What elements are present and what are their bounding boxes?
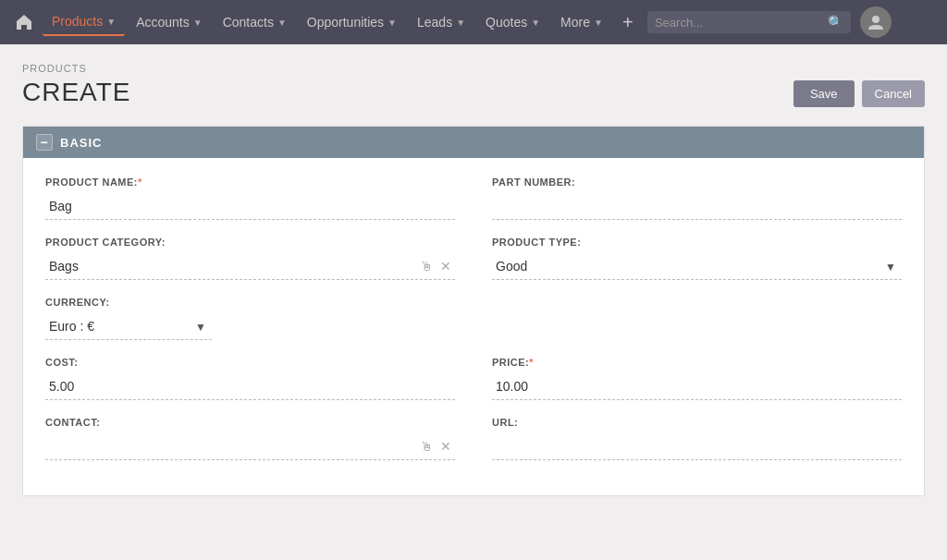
required-indicator: * [138, 177, 142, 188]
page-title: CREATE [22, 78, 131, 107]
section-header-basic[interactable]: − BASIC [23, 127, 924, 158]
nav-item-leads[interactable]: Leads ▼ [408, 9, 474, 35]
nav-more-arrow: ▼ [594, 18, 603, 28]
currency-group: CURRENCY: Euro : € US Dollar : $ British… [45, 297, 455, 340]
cost-input[interactable] [45, 373, 455, 400]
navbar: Products ▼ Accounts ▼ Contacts ▼ Opportu… [0, 0, 947, 44]
currency-select[interactable]: Euro : € US Dollar : $ British Pound : £ [45, 313, 212, 340]
save-button[interactable]: Save [793, 80, 855, 107]
contact-input[interactable] [45, 433, 416, 459]
page-content: PRODUCTS CREATE Save Cancel − BASIC PROD… [0, 44, 947, 515]
product-type-group: PRODUCT TYPE: Good Service Software ▼ [492, 237, 902, 280]
product-category-label: PRODUCT CATEGORY: [45, 237, 455, 248]
page-titles: PRODUCTS CREATE [22, 63, 131, 107]
price-input[interactable] [492, 373, 902, 400]
part-number-label: PART NUMBER: [492, 177, 902, 188]
home-button[interactable] [7, 6, 41, 39]
nav-item-products[interactable]: Products ▼ [43, 8, 125, 36]
section-body: PRODUCT NAME:* PART NUMBER: PRODUCT CATE… [23, 158, 924, 495]
nav-leads-arrow: ▼ [456, 18, 465, 28]
nav-item-quotes[interactable]: Quotes ▼ [476, 9, 549, 35]
form-row-2: PRODUCT CATEGORY: 🖱 ✕ PRODUCT TYPE: Good… [45, 237, 902, 297]
cancel-button[interactable]: Cancel [862, 80, 925, 107]
nav-item-opportunities[interactable]: Opportunities ▼ [298, 9, 406, 35]
contact-group: CONTACT: 🖱 ✕ [45, 417, 455, 460]
price-required-indicator: * [529, 357, 534, 368]
basic-section: − BASIC PRODUCT NAME:* PART NUMBER: [22, 126, 925, 496]
section-toggle-icon[interactable]: − [36, 134, 53, 151]
product-category-input-wrapper: 🖱 ✕ [45, 253, 455, 280]
cost-label: COST: [45, 357, 455, 368]
nav-products-arrow: ▼ [106, 17, 116, 27]
url-input[interactable] [492, 433, 902, 460]
breadcrumb: PRODUCTS [22, 63, 131, 74]
price-group: PRICE:* [492, 357, 902, 400]
url-label: URL: [492, 417, 902, 428]
product-category-input[interactable] [45, 253, 416, 279]
section-title: BASIC [60, 136, 102, 150]
user-avatar[interactable] [860, 6, 892, 38]
nav-add-button[interactable]: + [614, 8, 642, 36]
nav-quotes-arrow: ▼ [531, 18, 540, 28]
select-relation-icon[interactable]: 🖱 [416, 259, 437, 274]
search-icon: 🔍 [828, 15, 843, 30]
nav-item-contacts[interactable]: Contacts ▼ [214, 9, 296, 35]
nav-opportunities-arrow: ▼ [387, 18, 397, 28]
nav-contacts-arrow: ▼ [277, 18, 287, 28]
nav-item-accounts[interactable]: Accounts ▼ [127, 9, 212, 35]
product-type-label: PRODUCT TYPE: [492, 237, 902, 248]
url-group: URL: [492, 417, 902, 460]
nav-search-bar: 🔍 [647, 11, 851, 33]
product-name-label: PRODUCT NAME:* [45, 177, 455, 188]
clear-relation-icon[interactable]: ✕ [437, 259, 455, 274]
nav-accounts-arrow: ▼ [193, 18, 203, 28]
form-row-5: CONTACT: 🖱 ✕ URL: [45, 417, 902, 477]
product-category-group: PRODUCT CATEGORY: 🖱 ✕ [45, 237, 455, 280]
currency-select-wrapper: Euro : € US Dollar : $ British Pound : £… [45, 313, 212, 340]
page-header: PRODUCTS CREATE Save Cancel [22, 63, 925, 107]
currency-label: CURRENCY: [45, 297, 455, 308]
contact-input-wrapper: 🖱 ✕ [45, 433, 455, 460]
form-row-1: PRODUCT NAME:* PART NUMBER: [45, 177, 902, 237]
header-actions: Save Cancel [793, 80, 925, 107]
form-row-4: COST: PRICE:* [45, 357, 902, 417]
part-number-group: PART NUMBER: [492, 177, 902, 220]
cost-group: COST: [45, 357, 455, 400]
nav-item-more[interactable]: More ▼ [551, 9, 612, 35]
contact-clear-icon[interactable]: ✕ [437, 439, 455, 454]
search-input[interactable] [655, 16, 828, 30]
product-name-input[interactable] [45, 193, 455, 220]
price-label: PRICE:* [492, 357, 902, 368]
part-number-input[interactable] [492, 193, 902, 220]
contact-label: CONTACT: [45, 417, 455, 428]
currency-placeholder-group [492, 297, 902, 340]
product-type-select[interactable]: Good Service Software [492, 253, 902, 280]
svg-point-0 [872, 16, 879, 23]
contact-select-icon[interactable]: 🖱 [416, 439, 437, 454]
form-row-3: CURRENCY: Euro : € US Dollar : $ British… [45, 297, 902, 357]
product-type-select-wrapper: Good Service Software ▼ [492, 253, 902, 280]
product-name-group: PRODUCT NAME:* [45, 177, 455, 220]
